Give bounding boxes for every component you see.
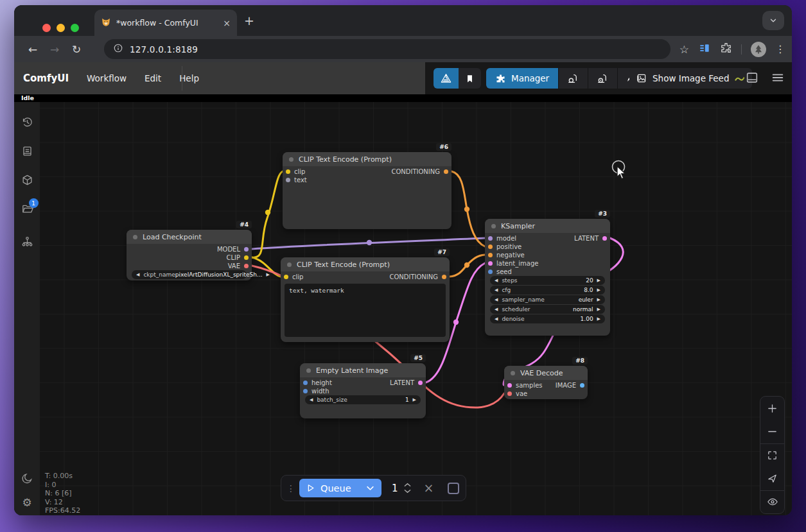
- node-vae-decode[interactable]: #8VAE DecodesamplesvaeIMAGE: [504, 366, 588, 399]
- node-ksampler[interactable]: #3KSamplermodelpositivenegativelatent_im…: [485, 219, 610, 336]
- widget-increment-icon[interactable]: ▶: [597, 297, 600, 302]
- queue-history-icon[interactable]: [21, 116, 33, 131]
- widget-cfg[interactable]: ◀cfg8.0▶: [490, 286, 605, 295]
- zoom-out-button[interactable]: [760, 420, 784, 443]
- input-dot[interactable]: [488, 270, 493, 274]
- comfyui-brand[interactable]: ComfyUI: [23, 73, 69, 84]
- input-slot-latent_image[interactable]: latent_image: [488, 259, 538, 268]
- address-bar[interactable]: 127.0.0.1:8189: [104, 39, 670, 59]
- traffic-close-button[interactable]: [42, 24, 51, 32]
- clean-all-button[interactable]: [588, 68, 617, 89]
- widget-decrement-icon[interactable]: ◀: [136, 272, 139, 277]
- widget-increment-icon[interactable]: ▶: [413, 397, 416, 402]
- widget-steps[interactable]: ◀steps20▶: [490, 276, 605, 285]
- widget-decrement-icon[interactable]: ◀: [310, 397, 313, 402]
- side-panel-icon[interactable]: [698, 42, 711, 57]
- output-slot-image[interactable]: IMAGE: [556, 381, 584, 390]
- output-slot-clip[interactable]: CLIP: [226, 253, 249, 262]
- node-clip-text-encode-prompt[interactable]: #7CLIP Text Encode (Prompt)clipCONDITION…: [281, 257, 450, 342]
- output-dot[interactable]: [442, 275, 446, 279]
- node-collapse-dot[interactable]: [133, 235, 137, 239]
- node-clip-text-encode-prompt[interactable]: #6CLIP Text Encode (Prompt)cliptextCONDI…: [283, 152, 451, 229]
- image-feed-button[interactable]: Show Image Feed: [629, 68, 752, 89]
- back-icon[interactable]: ←: [22, 43, 44, 56]
- input-slot-width[interactable]: width: [303, 387, 329, 395]
- workflows-folder-icon[interactable]: 1: [21, 203, 33, 218]
- window-chevron-button[interactable]: [762, 11, 784, 30]
- model-library-icon[interactable]: [21, 174, 33, 189]
- node-library-icon[interactable]: [21, 145, 33, 160]
- widget-batch_size[interactable]: ◀batch_size1▶: [305, 395, 421, 404]
- bookmark-star-icon[interactable]: ☆: [679, 43, 689, 56]
- forward-icon[interactable]: →: [44, 43, 66, 56]
- node-title-bar[interactable]: KSampler: [485, 219, 610, 233]
- node-collapse-dot[interactable]: [287, 262, 292, 267]
- input-dot[interactable]: [286, 169, 290, 174]
- manager-button[interactable]: Manager: [486, 68, 558, 89]
- output-slot-conditioning[interactable]: CONDITIONING: [391, 167, 448, 176]
- select-mode-button[interactable]: [760, 467, 784, 490]
- output-slot-latent[interactable]: LATENT: [390, 379, 423, 387]
- widget-value[interactable]: pixelArtDiffusionXL_spriteSh...: [175, 271, 263, 278]
- widget-value[interactable]: 1.00: [581, 316, 593, 322]
- widget-increment-icon[interactable]: ▶: [597, 307, 600, 312]
- site-info-icon[interactable]: [113, 43, 123, 56]
- graph-canvas[interactable]: 1 ⚙ T: 0.00s I: 0 N: 6 [6] V: 12 FPS:64.…: [14, 102, 792, 515]
- fit-view-button[interactable]: [760, 443, 784, 467]
- zoom-in-button[interactable]: [760, 397, 784, 420]
- browser-tab[interactable]: *workflow - ComfyUI ×: [94, 10, 237, 36]
- widget-value[interactable]: 8.0: [584, 287, 593, 293]
- batch-stepper[interactable]: [404, 483, 411, 493]
- widget-value[interactable]: euler: [579, 296, 593, 303]
- link-midpoint-dot[interactable]: [464, 262, 469, 268]
- link-midpoint-dot[interactable]: [367, 240, 372, 245]
- clean-workflow-button[interactable]: [558, 68, 588, 89]
- hamburger-menu-button[interactable]: [771, 71, 785, 87]
- node-title-bar[interactable]: VAE Decode: [504, 366, 588, 380]
- batch-count[interactable]: 1: [392, 483, 398, 494]
- browser-menu-icon[interactable]: ⋮: [775, 43, 785, 55]
- node-collapse-dot[interactable]: [289, 157, 293, 162]
- output-dot[interactable]: [580, 383, 584, 388]
- widget-increment-icon[interactable]: ▶: [267, 272, 270, 277]
- output-dot[interactable]: [244, 247, 249, 252]
- widget-increment-icon[interactable]: ▶: [597, 316, 600, 322]
- input-slot-negative[interactable]: negative: [488, 251, 525, 259]
- node-collapse-dot[interactable]: [491, 224, 496, 228]
- output-dot[interactable]: [418, 381, 423, 385]
- widget-decrement-icon[interactable]: ◀: [495, 307, 498, 312]
- input-dot[interactable]: [488, 253, 493, 257]
- reload-icon[interactable]: ↻: [66, 43, 87, 56]
- clear-queue-icon[interactable]: ×: [424, 482, 434, 494]
- output-slot-latent[interactable]: LATENT: [574, 234, 607, 243]
- bookmark-workflow-button[interactable]: [459, 68, 481, 89]
- input-slot-positive[interactable]: positive: [488, 243, 521, 251]
- node-title-bar[interactable]: CLIP Text Encode (Prompt): [283, 152, 451, 166]
- node-collapse-dot[interactable]: [511, 371, 515, 375]
- input-slot-samples[interactable]: samples: [507, 381, 543, 390]
- url-text[interactable]: 127.0.0.1:8189: [130, 44, 198, 55]
- input-slot-model[interactable]: model: [488, 234, 516, 243]
- input-dot[interactable]: [507, 391, 512, 396]
- prompt-textarea[interactable]: text, watermark: [285, 284, 446, 337]
- input-slot-clip[interactable]: clip: [286, 167, 305, 176]
- widget-decrement-icon[interactable]: ◀: [495, 278, 498, 283]
- input-slot-text[interactable]: text: [286, 176, 307, 184]
- traffic-minimize-button[interactable]: [57, 24, 65, 32]
- tab-close-icon[interactable]: ×: [223, 18, 231, 28]
- profile-avatar[interactable]: [751, 42, 766, 57]
- input-slot-vae[interactable]: vae: [507, 390, 527, 398]
- node-empty-latent-image[interactable]: #5Empty Latent ImageheightwidthLATENT◀ba…: [300, 363, 426, 418]
- active-workflow-button[interactable]: [434, 68, 459, 89]
- widget-ckpt_name[interactable]: ◀ckpt_namepixelArtDiffusionXL_spriteSh..…: [132, 270, 247, 279]
- node-title-bar[interactable]: Load Checkpoint: [127, 230, 252, 244]
- widget-value[interactable]: 1: [405, 397, 409, 403]
- node-load-checkpoint[interactable]: #4Load CheckpointMODELCLIPVAE◀ckpt_namep…: [127, 230, 252, 280]
- output-slot-model[interactable]: MODEL: [217, 245, 249, 253]
- widget-value[interactable]: normal: [573, 306, 593, 313]
- output-slot-conditioning[interactable]: CONDITIONING: [389, 273, 446, 281]
- output-dot[interactable]: [602, 236, 607, 241]
- widget-value[interactable]: 20: [586, 277, 593, 284]
- link-midpoint-dot[interactable]: [453, 320, 459, 325]
- output-dot[interactable]: [444, 169, 448, 174]
